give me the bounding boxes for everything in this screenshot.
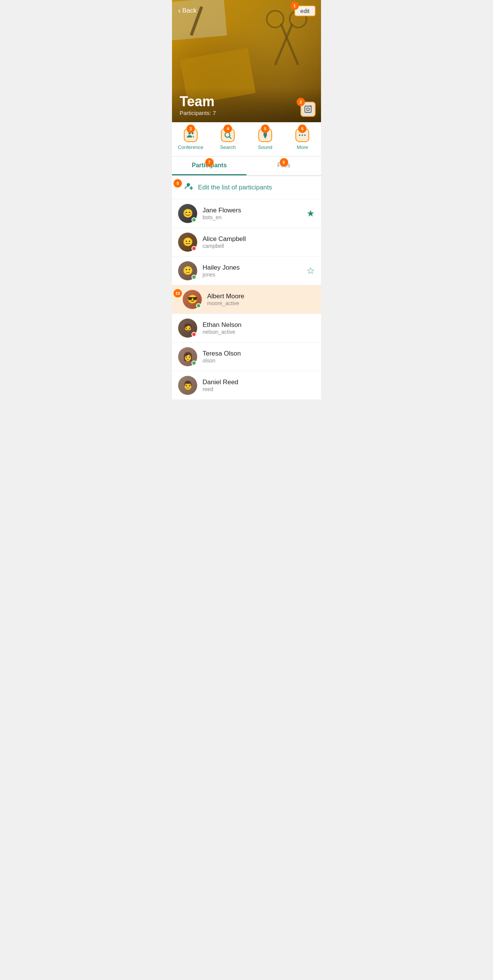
back-chevron-icon: ‹ [178,6,181,15]
files-tab-badge: 8 [280,158,288,167]
edit-participants-label: Edit the list of participants [198,184,272,191]
participant-info: Hailey Jones jones [203,264,301,278]
action-more[interactable]: 6 More [284,125,321,153]
action-conference[interactable]: 3 Conference [172,125,209,153]
participant-row[interactable]: 😐 Alice Campbell campbell [172,228,321,257]
back-button[interactable]: ‹ Back [178,6,196,15]
status-dot [191,217,196,222]
participant-name: Daniel Reed [203,378,315,386]
tab-files[interactable]: 8 Files [246,157,321,175]
participant-username: nelson_active [203,329,315,335]
back-label: Back [182,7,197,15]
action-search[interactable]: 4 Search [209,125,247,153]
edit-participants-button[interactable]: 9 Edit the list of participants [172,176,321,199]
svg-point-5 [307,108,309,110]
hero-subtitle: Participants: 7 [180,110,313,116]
conference-badge: 3 [186,125,195,133]
edit-participants-badge: 9 [174,179,182,188]
edit-button[interactable]: 1 edit [294,5,316,16]
participant-username: moore_active [207,300,315,306]
row-badge: 10 [174,289,182,298]
conference-label: Conference [178,144,203,150]
svg-point-15 [187,183,190,186]
sound-badge: 5 [261,125,269,133]
status-dot [191,332,196,337]
hero-title: Team [180,94,313,110]
participant-row[interactable]: 10 😎 Albert Moore moore_active [172,285,321,314]
status-dot [191,361,196,365]
avatar: 👨 [178,376,197,395]
sound-label: Sound [258,144,272,150]
participant-row[interactable]: 🧔 Ethan Nelson nelson_active [172,314,321,343]
participant-row[interactable]: 👩 Teresa Olson olson [172,343,321,371]
participant-info: Alice Campbell campbell [203,235,315,249]
search-badge: 4 [224,125,232,133]
svg-line-11 [229,137,231,139]
participants-tab-badge: 7 [205,158,214,167]
participant-info: Ethan Nelson nelson_active [203,321,315,335]
avatar: 🙂 [178,261,197,280]
participant-name: Ethan Nelson [203,321,315,329]
participant-name: Teresa Olson [203,350,315,357]
add-participant-icon [184,181,194,194]
status-dot [191,275,196,280]
participant-name: Hailey Jones [203,264,301,272]
participant-username: reed [203,386,315,392]
avatar: 🧔 [178,319,197,338]
add-photo-button[interactable]: 2 [300,102,316,117]
svg-point-10 [225,133,230,137]
participant-row[interactable]: 😊 Jane Flowers bots_en ★ [172,199,321,228]
participant-name: Jane Flowers [203,207,301,214]
participant-username: campbell [203,243,315,249]
svg-rect-4 [305,106,311,113]
status-dot [196,303,201,308]
status-dot [191,246,196,251]
star-icon[interactable]: ★ [307,208,315,219]
more-label: More [297,144,308,150]
avatar: 😎 [183,290,202,309]
participant-info: Daniel Reed reed [203,378,315,392]
participant-row[interactable]: 👨 Daniel Reed reed [172,371,321,400]
more-badge: 6 [298,125,307,133]
action-bar: 3 Conference 4 Search 5 S [172,122,321,157]
participant-info: Albert Moore moore_active [207,293,315,306]
participants-list: 😊 Jane Flowers bots_en ★ 😐 Alice Campbel… [172,199,321,400]
avatar: 👩 [178,347,197,366]
participant-name: Albert Moore [207,293,315,300]
participant-username: olson [203,357,315,364]
svg-point-13 [302,134,303,136]
avatar: 😐 [178,233,197,252]
tabs-bar: 7 Participants 8 Files [172,157,321,176]
hero-section: ‹ Back 1 edit Team Participants: 7 2 [172,0,321,122]
participant-username: jones [203,272,301,278]
participant-username: bots_en [203,214,301,220]
avatar-image: 👨 [178,376,197,395]
tab-participants[interactable]: 7 Participants [172,157,246,175]
edit-badge: 1 [290,2,299,10]
star-icon[interactable]: ☆ [307,265,315,276]
svg-point-12 [299,134,300,136]
search-label: Search [220,144,236,150]
avatar: 😊 [178,204,197,223]
action-sound[interactable]: 5 Sound [246,125,284,153]
participant-info: Teresa Olson olson [203,350,315,364]
participant-row[interactable]: 🙂 Hailey Jones jones ☆ [172,257,321,285]
participant-name: Alice Campbell [203,235,315,243]
svg-point-14 [304,134,306,136]
add-photo-badge: 2 [297,98,305,106]
participant-info: Jane Flowers bots_en [203,207,301,220]
